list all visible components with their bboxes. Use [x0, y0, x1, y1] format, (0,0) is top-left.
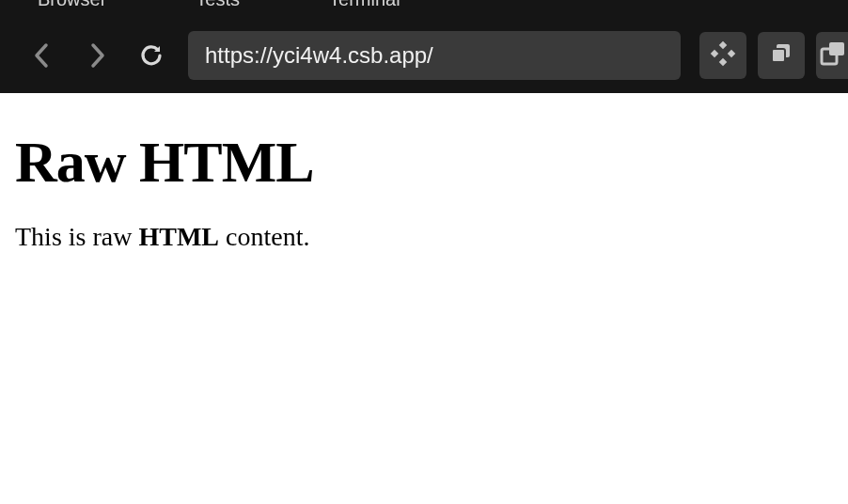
tab-tests[interactable]: Tests	[196, 0, 240, 6]
codesandbox-button[interactable]	[699, 32, 746, 79]
address-bar[interactable]	[188, 31, 681, 80]
copy-button[interactable]	[758, 32, 805, 79]
para-text-suffix: content.	[219, 222, 309, 251]
reload-button[interactable]	[128, 32, 175, 79]
page-paragraph: This is raw HTML content.	[15, 222, 833, 252]
new-window-icon	[819, 40, 845, 71]
svg-rect-7	[829, 42, 844, 55]
tab-terminal[interactable]: Terminal	[329, 0, 400, 6]
svg-rect-3	[728, 49, 735, 56]
para-text-bold: HTML	[138, 222, 219, 251]
diamond-grid-icon	[709, 39, 737, 71]
copy-icon	[768, 40, 794, 71]
svg-rect-1	[719, 57, 727, 65]
right-button-group	[699, 32, 848, 79]
para-text-prefix: This is raw	[15, 222, 138, 251]
back-button[interactable]	[19, 32, 66, 79]
forward-icon	[87, 41, 106, 70]
page-heading: Raw HTML	[15, 129, 833, 196]
back-icon	[33, 41, 52, 70]
nav-toolbar	[0, 17, 848, 93]
new-window-button[interactable]	[816, 32, 848, 79]
reload-icon	[137, 41, 165, 70]
tab-browser[interactable]: Browser	[38, 0, 106, 6]
panel-tabs: Browser Tests Terminal	[0, 0, 848, 6]
forward-button[interactable]	[73, 32, 120, 79]
svg-rect-5	[772, 49, 785, 62]
url-input[interactable]	[205, 42, 664, 69]
page-content: Raw HTML This is raw HTML content.	[0, 93, 848, 269]
browser-chrome: Browser Tests Terminal	[0, 0, 848, 93]
svg-rect-0	[719, 40, 727, 48]
svg-rect-2	[711, 49, 718, 56]
